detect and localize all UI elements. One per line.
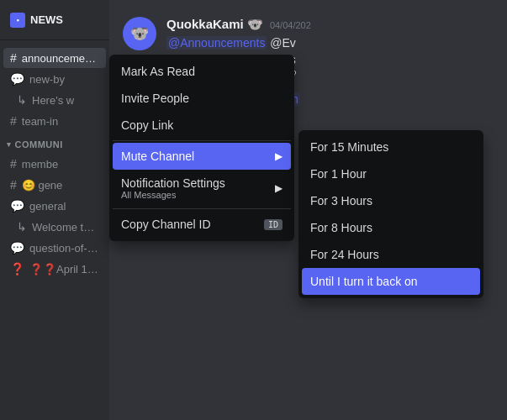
menu-item-mark-as-read[interactable]: Mark As Read xyxy=(113,58,291,85)
channel-list: # announcements 💬 new-by ↳ Here's w # te… xyxy=(0,40,109,286)
menu-item-copy-channel-id[interactable]: Copy Channel ID ID xyxy=(113,211,291,238)
channel-name: Here's w xyxy=(32,94,74,107)
menu-item-notification-settings[interactable]: Notification Settings All Messages ▶ xyxy=(113,170,291,207)
menu-item-label: Mark As Read xyxy=(121,65,195,78)
channel-item-team[interactable]: # team-in xyxy=(3,111,106,131)
channel-item-announcements[interactable]: # announcements xyxy=(3,48,106,68)
channel-item-welcome[interactable]: ↳ Welcome to the General ... xyxy=(3,217,106,237)
username: QuokkaKami 🐨 xyxy=(166,17,263,32)
channel-name: announcements xyxy=(22,52,99,65)
channel-item-membe[interactable]: # membe xyxy=(3,154,106,174)
mention-announcements: @Announcements xyxy=(166,36,267,50)
menu-item-label: Copy Channel ID xyxy=(121,218,211,231)
channel-name: general xyxy=(29,200,66,213)
channel-name: Welcome to the General ... xyxy=(32,221,99,234)
menu-divider-2 xyxy=(113,208,291,209)
context-menu: Mark As Read Invite People Copy Link Mut… xyxy=(109,55,294,241)
channel-name: membe xyxy=(22,158,58,171)
submenu-item-24hours[interactable]: For 24 Hours xyxy=(302,241,480,268)
speech-icon: 💬 xyxy=(10,199,24,213)
submenu-item-15min[interactable]: For 15 Minutes xyxy=(302,134,480,160)
category-name: COMMUNI xyxy=(15,139,63,150)
server-header[interactable]: ▪ NEWS xyxy=(0,0,109,40)
avatar: 🐨 xyxy=(123,17,156,50)
submenu-item-1hour[interactable]: For 1 Hour xyxy=(302,160,480,187)
channel-name: ❓❓April 11 QOTD❓❓ xyxy=(29,263,99,276)
channel-item-qotd[interactable]: ❓ ❓❓April 11 QOTD❓❓ xyxy=(3,259,106,279)
menu-item-label: Mute Channel xyxy=(121,150,194,163)
speech-icon: 💬 xyxy=(10,241,24,255)
speech-icon: 💬 xyxy=(10,72,24,86)
chevron-right-icon: ▶ xyxy=(275,182,283,194)
chevron-right-icon: ▶ xyxy=(275,150,283,162)
message-header: QuokkaKami 🐨 04/04/202 xyxy=(166,17,494,32)
submenu-item-label: For 3 Hours xyxy=(310,194,372,207)
menu-item-label: Notification Settings xyxy=(121,176,225,190)
mute-submenu: For 15 Minutes For 1 Hour For 3 Hours Fo… xyxy=(298,130,483,298)
submenu-item-until[interactable]: Until I turn it back on xyxy=(302,268,480,295)
timestamp: 04/04/202 xyxy=(270,20,311,30)
hash-icon: # xyxy=(10,178,17,192)
hash-icon: # xyxy=(10,114,17,128)
mention-ev: @Ev xyxy=(270,36,296,50)
menu-item-invite-people[interactable]: Invite People xyxy=(113,85,291,112)
channel-item-heres[interactable]: ↳ Here's w xyxy=(3,90,106,110)
submenu-item-label: For 1 Hour xyxy=(310,167,367,181)
server-name: NEWS xyxy=(30,13,63,26)
hash-icon: # xyxy=(10,157,17,171)
channel-name: new-by xyxy=(29,73,65,86)
menu-item-sublabel: All Messages xyxy=(121,190,225,200)
server-icon: ▪ xyxy=(10,13,25,28)
submenu-item-8hours[interactable]: For 8 Hours xyxy=(302,214,480,241)
channel-item-general-voice[interactable]: 💬 general xyxy=(3,196,106,216)
submenu-item-3hours[interactable]: For 3 Hours xyxy=(302,187,480,214)
speech-icon: ❓ xyxy=(10,262,24,276)
channel-name: team-in xyxy=(22,115,58,128)
menu-item-copy-link[interactable]: Copy Link xyxy=(113,112,291,139)
hash-icon: # xyxy=(10,51,17,65)
chevron-down-icon: ▾ xyxy=(7,140,12,149)
category-header-community[interactable]: ▾ COMMUNI xyxy=(0,136,109,153)
submenu-item-label: For 8 Hours xyxy=(310,221,372,234)
channel-item-gene[interactable]: # 😊 gene xyxy=(3,175,106,195)
channel-item-question[interactable]: 💬 question-of-a-day xyxy=(3,238,106,258)
submenu-item-label: Until I turn it back on xyxy=(310,275,418,288)
reply-icon: ↳ xyxy=(17,93,27,107)
sidebar: ▪ NEWS # announcements 💬 new-by ↳ Here's… xyxy=(0,0,109,420)
submenu-item-label: For 24 Hours xyxy=(310,248,379,261)
menu-divider xyxy=(113,140,291,141)
channel-name: 😊 gene xyxy=(22,179,63,192)
menu-item-mute-channel[interactable]: Mute Channel ▶ xyxy=(113,143,291,170)
submenu-item-label: For 15 Minutes xyxy=(310,140,388,154)
id-badge: ID xyxy=(264,219,283,230)
channel-item-new-by[interactable]: 💬 new-by xyxy=(3,69,106,89)
channel-name: question-of-a-day xyxy=(29,242,99,255)
reply-icon: ↳ xyxy=(17,220,27,234)
menu-item-label: Copy Link xyxy=(121,118,173,132)
menu-item-label: Invite People xyxy=(121,92,189,105)
